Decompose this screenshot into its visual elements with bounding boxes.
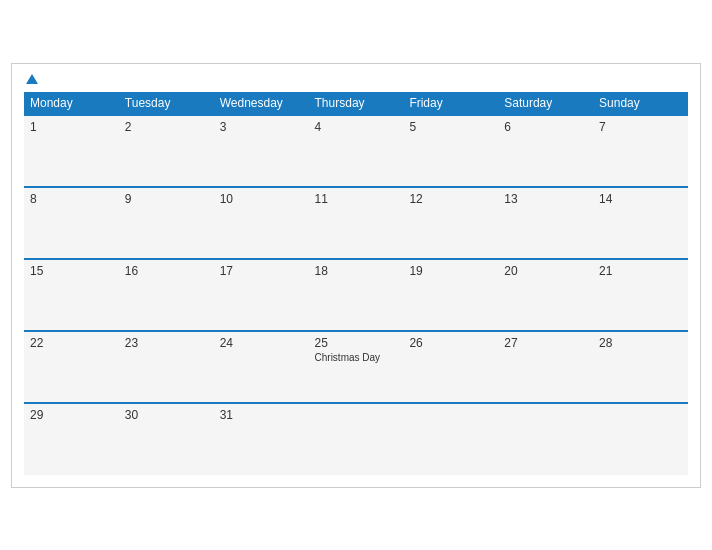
day-number: 4 <box>315 120 398 134</box>
weekday-header-row: MondayTuesdayWednesdayThursdayFridaySatu… <box>24 92 688 115</box>
day-number: 3 <box>220 120 303 134</box>
day-number: 8 <box>30 192 113 206</box>
day-number: 11 <box>315 192 398 206</box>
day-cell: 10 <box>214 187 309 259</box>
day-cell: 21 <box>593 259 688 331</box>
weekday-header-monday: Monday <box>24 92 119 115</box>
week-row-2: 891011121314 <box>24 187 688 259</box>
week-row-5: 293031 <box>24 403 688 475</box>
day-cell <box>593 403 688 475</box>
day-cell: 27 <box>498 331 593 403</box>
day-cell: 29 <box>24 403 119 475</box>
day-cell: 20 <box>498 259 593 331</box>
day-cell: 17 <box>214 259 309 331</box>
day-number: 19 <box>409 264 492 278</box>
day-cell: 4 <box>309 115 404 187</box>
day-cell: 8 <box>24 187 119 259</box>
day-cell: 15 <box>24 259 119 331</box>
day-cell: 25Christmas Day <box>309 331 404 403</box>
logo-triangle-icon <box>26 74 38 84</box>
day-number: 25 <box>315 336 398 350</box>
day-cell: 12 <box>403 187 498 259</box>
day-cell: 2 <box>119 115 214 187</box>
day-cell: 31 <box>214 403 309 475</box>
weekday-header-sunday: Sunday <box>593 92 688 115</box>
day-cell <box>498 403 593 475</box>
weekday-header-thursday: Thursday <box>309 92 404 115</box>
day-number: 17 <box>220 264 303 278</box>
weekday-header-friday: Friday <box>403 92 498 115</box>
day-number: 18 <box>315 264 398 278</box>
day-number: 23 <box>125 336 208 350</box>
day-cell: 26 <box>403 331 498 403</box>
calendar-header <box>24 74 688 84</box>
day-cell: 7 <box>593 115 688 187</box>
day-cell: 14 <box>593 187 688 259</box>
day-number: 20 <box>504 264 587 278</box>
calendar-container: MondayTuesdayWednesdayThursdayFridaySatu… <box>11 63 701 488</box>
day-cell: 24 <box>214 331 309 403</box>
week-row-3: 15161718192021 <box>24 259 688 331</box>
day-number: 14 <box>599 192 682 206</box>
week-row-4: 22232425Christmas Day262728 <box>24 331 688 403</box>
day-number: 6 <box>504 120 587 134</box>
day-cell <box>309 403 404 475</box>
day-cell: 18 <box>309 259 404 331</box>
logo <box>24 74 38 84</box>
day-cell: 9 <box>119 187 214 259</box>
weekday-header-tuesday: Tuesday <box>119 92 214 115</box>
day-number: 24 <box>220 336 303 350</box>
day-cell: 6 <box>498 115 593 187</box>
weekday-header-saturday: Saturday <box>498 92 593 115</box>
weekday-header-wednesday: Wednesday <box>214 92 309 115</box>
day-number: 26 <box>409 336 492 350</box>
day-cell: 30 <box>119 403 214 475</box>
day-number: 30 <box>125 408 208 422</box>
day-number: 28 <box>599 336 682 350</box>
day-number: 22 <box>30 336 113 350</box>
calendar-table: MondayTuesdayWednesdayThursdayFridaySatu… <box>24 92 688 475</box>
day-cell: 1 <box>24 115 119 187</box>
day-cell: 28 <box>593 331 688 403</box>
day-number: 27 <box>504 336 587 350</box>
week-row-1: 1234567 <box>24 115 688 187</box>
day-number: 7 <box>599 120 682 134</box>
day-cell: 22 <box>24 331 119 403</box>
holiday-label: Christmas Day <box>315 352 398 363</box>
day-number: 29 <box>30 408 113 422</box>
day-cell: 11 <box>309 187 404 259</box>
day-number: 9 <box>125 192 208 206</box>
day-number: 5 <box>409 120 492 134</box>
day-cell: 16 <box>119 259 214 331</box>
day-number: 12 <box>409 192 492 206</box>
day-number: 10 <box>220 192 303 206</box>
day-cell: 5 <box>403 115 498 187</box>
day-cell: 13 <box>498 187 593 259</box>
day-number: 31 <box>220 408 303 422</box>
day-number: 21 <box>599 264 682 278</box>
day-number: 2 <box>125 120 208 134</box>
day-number: 1 <box>30 120 113 134</box>
day-number: 15 <box>30 264 113 278</box>
day-cell <box>403 403 498 475</box>
day-cell: 19 <box>403 259 498 331</box>
day-cell: 3 <box>214 115 309 187</box>
day-number: 16 <box>125 264 208 278</box>
day-number: 13 <box>504 192 587 206</box>
day-cell: 23 <box>119 331 214 403</box>
